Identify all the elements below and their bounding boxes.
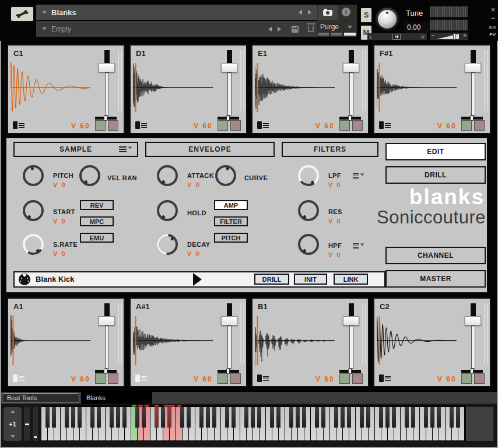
chevron-down-icon[interactable]	[42, 27, 47, 30]
sample-cell[interactable]: F#1 V 60	[373, 44, 491, 134]
next-instrument-icon[interactable]	[308, 10, 311, 15]
attack-knob[interactable]	[157, 165, 178, 186]
piano-black-key[interactable]	[379, 407, 383, 428]
output-routing-icon[interactable]	[135, 374, 140, 382]
piano-black-key[interactable]	[321, 407, 325, 428]
sample-cell[interactable]: C2 V 60	[373, 298, 491, 387]
octave-down-icon[interactable]	[10, 435, 15, 438]
pan-slider[interactable]: L R	[367, 33, 427, 40]
piano-black-key[interactable]	[315, 407, 319, 428]
piano-black-key[interactable]	[334, 407, 338, 428]
octave-shift-control[interactable]: +1	[3, 407, 22, 441]
edit-tab-button[interactable]: EDIT	[385, 143, 486, 160]
cell-green-pad-button[interactable]	[339, 120, 350, 131]
piano-black-key[interactable]	[450, 407, 454, 428]
cell-pan-mini-slider[interactable]	[339, 370, 361, 373]
cell-green-pad-button[interactable]	[461, 373, 472, 384]
piano-black-key[interactable]	[110, 407, 114, 428]
piano-black-key[interactable]	[456, 407, 460, 428]
cell-volume-fader[interactable]	[99, 63, 115, 72]
piano-black-key[interactable]	[424, 407, 428, 428]
piano-black-key[interactable]	[65, 407, 69, 428]
purge-label[interactable]: Purge	[320, 23, 339, 31]
wrench-button[interactable]	[10, 6, 34, 22]
piano-black-key[interactable]	[385, 407, 390, 428]
piano-black-key[interactable]	[212, 407, 216, 428]
sample-cell[interactable]: B1 V 60	[251, 298, 369, 387]
piano-black-key[interactable]	[270, 407, 274, 428]
octave-up-icon[interactable]	[10, 410, 15, 413]
emu-button[interactable]: EMU	[80, 233, 114, 243]
play-icon[interactable]	[193, 273, 202, 286]
solo-button[interactable]: S	[360, 8, 372, 23]
cell-green-pad-button[interactable]	[339, 373, 350, 384]
piano-black-key[interactable]	[341, 407, 345, 428]
cell-green-pad-button[interactable]	[95, 373, 106, 384]
link-button[interactable]: LINK	[334, 274, 368, 285]
piano-black-key[interactable]	[71, 407, 75, 428]
cell-pan-mini-slider[interactable]	[461, 370, 483, 373]
piano-black-key[interactable]	[142, 407, 146, 428]
volume-handle[interactable]	[453, 33, 456, 40]
cell-volume-fader[interactable]	[343, 316, 359, 326]
piano-black-key[interactable]	[347, 407, 351, 428]
master-button[interactable]: MASTER	[385, 270, 486, 288]
scroll-handle[interactable]	[25, 424, 29, 425]
cell-pan-mini-slider[interactable]	[95, 117, 117, 120]
cell-volume-fader[interactable]	[99, 316, 115, 326]
output-routing-icon[interactable]	[135, 121, 140, 129]
cell-pan-mini-slider[interactable]	[95, 370, 117, 373]
tab-beat-tools[interactable]: Beat Tools	[2, 393, 79, 403]
piano-black-key[interactable]	[366, 407, 370, 428]
piano-black-key[interactable]	[289, 407, 293, 428]
output-routing-icon[interactable]	[257, 121, 262, 129]
patch-header-row[interactable]: Empty	[36, 21, 317, 37]
tab-blanks[interactable]: Blanks	[81, 392, 152, 405]
piano-black-key[interactable]	[392, 407, 396, 428]
cell-pan-mini-slider[interactable]	[218, 370, 239, 373]
hpf-menu-icon[interactable]	[353, 243, 359, 249]
piano-black-key[interactable]	[430, 407, 434, 428]
keyboard-zoom-strip[interactable]	[33, 407, 38, 441]
channel-button[interactable]: CHANNEL	[385, 247, 486, 264]
piano-black-key[interactable]	[116, 407, 120, 428]
cell-pan-mini-slider[interactable]	[461, 117, 483, 120]
piano-black-key[interactable]	[122, 407, 127, 428]
piano-black-key[interactable]	[251, 407, 255, 428]
cell-green-pad-button[interactable]	[218, 120, 228, 131]
output-routing-icon[interactable]	[379, 121, 384, 129]
piano-black-key[interactable]	[276, 407, 280, 428]
output-routing-icon[interactable]	[379, 374, 384, 382]
piano-black-key[interactable]	[161, 407, 165, 428]
aux-toggle[interactable]: aux	[489, 24, 496, 30]
piano-black-key[interactable]	[52, 407, 56, 428]
piano-black-key[interactable]	[90, 407, 94, 428]
drill-button[interactable]: DRILL	[254, 274, 289, 285]
cell-mauve-pad-button[interactable]	[108, 120, 118, 131]
chevron-down-icon[interactable]	[42, 11, 47, 14]
snapshot-tab[interactable]	[318, 5, 338, 20]
instrument-header-row[interactable]: Blanks	[36, 5, 317, 20]
prev-patch-icon[interactable]	[268, 27, 272, 32]
sample-cell[interactable]: D1 V 60	[129, 44, 247, 134]
piano-black-key[interactable]	[360, 407, 364, 428]
sample-cell[interactable]: E1 V 60	[251, 44, 369, 134]
piano-black-key[interactable]	[405, 407, 409, 428]
cell-mauve-pad-button[interactable]	[230, 373, 241, 384]
piano-black-key[interactable]	[257, 407, 261, 428]
drill-tab-button[interactable]: DRILL	[385, 166, 486, 184]
res-knob[interactable]	[298, 200, 319, 221]
piano-black-key[interactable]	[206, 407, 210, 428]
cell-pan-mini-slider[interactable]	[339, 117, 361, 120]
prev-instrument-icon[interactable]	[299, 10, 302, 15]
pitch-env-button[interactable]: PITCH	[214, 233, 248, 243]
lpf-menu-icon[interactable]	[353, 173, 359, 178]
output-routing-icon[interactable]	[257, 374, 262, 382]
piano-black-key[interactable]	[187, 407, 191, 428]
filter-button[interactable]: FILTER	[214, 216, 248, 226]
piano-black-key[interactable]	[167, 407, 171, 428]
cell-mauve-pad-button[interactable]	[108, 373, 118, 384]
sample-menu-icon[interactable]	[119, 146, 127, 152]
piano-black-key[interactable]	[225, 407, 229, 428]
cell-volume-fader[interactable]	[465, 316, 481, 326]
